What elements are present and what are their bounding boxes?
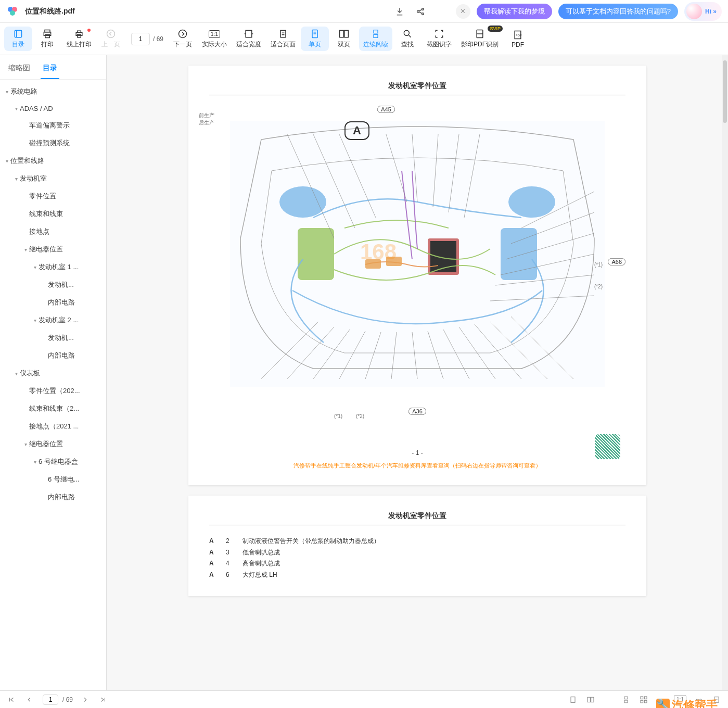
layout-continuous-icon[interactable] (621, 694, 631, 705)
toc-item[interactable]: 内部电路 (0, 294, 106, 311)
layout-single-icon[interactable] (568, 694, 578, 705)
page-title: 发动机室零件位置 (209, 81, 625, 95)
note-rear-prod: 后生产 (199, 119, 214, 127)
avatar-icon (686, 4, 702, 19)
chevron-icon: ▾ (3, 89, 10, 95)
toolbar-scan-pdf[interactable]: 影印PDF识别SVIP (457, 27, 503, 51)
toc-item[interactable]: 内部电路 (0, 347, 106, 364)
suggestion-pill-1[interactable]: 帮我解读下我的梦境 (477, 4, 552, 19)
toolbar-continuous[interactable]: 连续阅读 (359, 27, 392, 51)
toc-item[interactable]: 线束和线束 (0, 205, 106, 223)
next-page-icon[interactable] (80, 694, 91, 705)
toolbar: 目录打印线上打印上一页 / 69 下一页1:1实际大小适合宽度适合页面单页双页连… (0, 23, 728, 55)
svg-rect-65 (587, 697, 590, 702)
toc-item[interactable]: 发动机... (0, 276, 106, 294)
tab-outline[interactable]: 目录 (41, 58, 59, 79)
scrollbar-thumb[interactable] (723, 60, 727, 123)
toc-item[interactable]: ▾发动机室 2 ... (0, 311, 106, 329)
wrench-icon: 🔧 (656, 699, 670, 708)
toc-item[interactable]: 零件位置 (0, 187, 106, 205)
prev-page-icon[interactable] (24, 694, 34, 705)
two-page-icon (339, 29, 349, 39)
pdf-page-2: 发动机室零件位置 A2制动液液位警告开关（带总泵的制动助力器总成）A3低音喇叭总… (188, 496, 646, 596)
star-note-2: (*2) (594, 284, 603, 289)
toolbar-cloud-print[interactable]: 线上打印 (62, 27, 96, 51)
toc-item[interactable]: ▾发动机室 1 ... (0, 258, 106, 276)
toc-item[interactable]: ▾位置和线路 (0, 152, 106, 170)
toc-item[interactable]: 接地点 (0, 223, 106, 241)
pdf-icon: PDF (513, 30, 523, 40)
toolbar-ocr-crop[interactable]: 截图识字 (423, 27, 456, 51)
ai-assistant-button[interactable]: Hi » (684, 2, 722, 21)
chevron-icon: ▾ (31, 318, 39, 323)
toolbar-fit-page[interactable]: 适合页面 (266, 27, 300, 51)
svg-rect-72 (644, 700, 647, 703)
fit-page-icon (278, 29, 288, 39)
toc-item[interactable]: ▾系统电路 (0, 83, 106, 100)
watermark-text: 168 (360, 239, 397, 264)
toc-item[interactable]: ▾6 号继电器盒 (0, 453, 106, 471)
toc-item[interactable]: ▾发动机室 (0, 170, 106, 187)
svg-rect-12 (78, 35, 81, 37)
toc-item[interactable]: 6 号继电... (0, 471, 106, 488)
share-icon[interactable] (413, 4, 428, 19)
toc-item[interactable]: 发动机... (0, 329, 106, 347)
toolbar-pdf[interactable]: PDFPDF (504, 28, 532, 50)
engine-bay-svg: 168 (230, 121, 605, 387)
toc-item[interactable]: 线束和线束（2... (0, 400, 106, 418)
document-viewport[interactable]: 发动机室零件位置 前生产 后生产 (107, 55, 728, 690)
suggestion-pill-2[interactable]: 可以基于文档内容回答我的问题吗? (558, 4, 678, 19)
svg-point-30 (508, 186, 555, 218)
toolbar-single-page[interactable]: 单页 (301, 27, 329, 51)
tab-thumbnails[interactable]: 缩略图 (6, 58, 32, 79)
qr-code-icon (595, 434, 620, 459)
bottom-page-input[interactable] (43, 694, 58, 705)
ocr-crop-icon (434, 29, 444, 39)
svg-rect-64 (571, 697, 575, 702)
callout-A36: A36 (408, 408, 426, 415)
toc-item[interactable]: ▾继电器位置 (0, 241, 106, 258)
toc-item[interactable]: 零件位置（202... (0, 382, 106, 400)
svg-rect-31 (298, 228, 334, 280)
page-indicator: / 69 (126, 33, 168, 45)
engine-diagram: 前生产 后生产 (209, 106, 625, 439)
close-suggestions-icon[interactable]: ✕ (456, 4, 470, 19)
toolbar-prev-page: 上一页 (97, 27, 125, 51)
svg-rect-23 (374, 34, 378, 37)
toolbar-outline[interactable]: 目录 (4, 27, 32, 51)
svg-text:PDF: PDF (516, 34, 522, 37)
toc-item[interactable]: 车道偏离警示 (0, 117, 106, 134)
first-page-icon[interactable] (6, 694, 17, 705)
toolbar-fit-width[interactable]: 适合宽度 (232, 27, 265, 51)
print-icon (42, 29, 53, 39)
toolbar-actual-size[interactable]: 1:1实际大小 (198, 27, 231, 51)
toc-item[interactable]: ▾仪表板 (0, 364, 106, 382)
toolbar-next-page[interactable]: 下一页 (169, 27, 197, 51)
toolbar-two-page[interactable]: 双页 (330, 27, 358, 51)
layout-double-icon[interactable] (585, 694, 596, 705)
footer-note: 汽修帮手在线纯手工整合发动机/年个汽车维修资料库查看查询（扫码右边在指导师帮咨询… (209, 462, 625, 470)
last-page-icon[interactable] (98, 694, 108, 705)
chevron-icon: ▾ (22, 247, 29, 252)
page-input[interactable] (131, 33, 150, 45)
svg-line-53 (313, 330, 350, 379)
toolbar-search[interactable]: 查找 (393, 27, 422, 51)
svg-rect-69 (641, 697, 643, 699)
section-label-a: A (344, 121, 369, 140)
toc-item[interactable]: ▾ADAS / AD (0, 100, 106, 117)
chevron-icon: ▾ (12, 371, 20, 376)
toc-item[interactable]: 内部电路 (0, 488, 106, 506)
svg-rect-68 (624, 700, 628, 703)
svg-line-44 (464, 134, 480, 218)
toc-item[interactable]: ▾继电器位置 (0, 435, 106, 453)
toolbar-print[interactable]: 打印 (33, 27, 61, 51)
vertical-scrollbar[interactable] (722, 55, 728, 690)
page-title-2: 发动机室零件位置 (209, 511, 625, 525)
svg-rect-70 (644, 697, 647, 699)
download-icon[interactable] (392, 4, 407, 19)
layout-grid-icon[interactable] (638, 694, 649, 705)
toc-item[interactable]: 接地点（2021 ... (0, 418, 106, 435)
star-note-b2: (*2) (356, 413, 364, 419)
parts-legend: A2制动液液位警告开关（带总泵的制动助力器总成）A3低音喇叭总成A4高音喇叭总成… (209, 536, 625, 580)
toc-item[interactable]: 碰撞预测系统 (0, 134, 106, 152)
